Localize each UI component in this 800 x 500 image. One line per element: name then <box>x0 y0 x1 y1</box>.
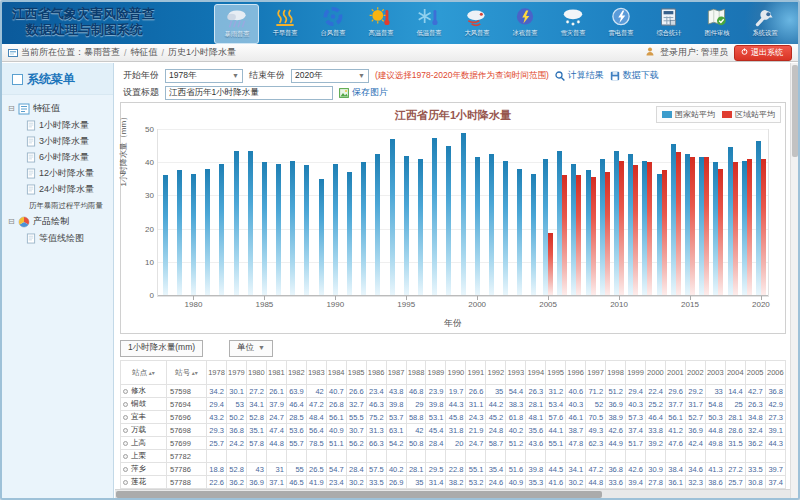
table-row[interactable]: 上栗57782 <box>121 450 786 463</box>
station-radio[interactable] <box>123 467 128 472</box>
bar-regional-2011[interactable] <box>633 165 638 295</box>
tree-leaf-1-4[interactable]: 12小时降水量 <box>8 165 111 181</box>
col-header-year-1996[interactable]: 1996 <box>566 361 586 385</box>
tree-leaf-2-1[interactable]: 等值线绘图 <box>8 230 111 246</box>
toolbar-item-2[interactable]: 干旱普查 <box>262 4 307 44</box>
breadcrumb-item-1[interactable]: 暴雨普查 <box>84 46 120 59</box>
sort-icon[interactable]: ▴▾ <box>190 370 198 376</box>
bar-national-1988[interactable] <box>304 165 309 295</box>
bar-national-1999[interactable] <box>461 133 466 295</box>
station-name[interactable]: 萍乡 <box>121 463 167 476</box>
bar-national-1992[interactable] <box>361 162 366 295</box>
bar-national-2000[interactable] <box>475 157 480 295</box>
toolbar-item-6[interactable]: 大风普查 <box>454 4 499 44</box>
col-header-year-1995[interactable]: 1995 <box>546 361 566 385</box>
end-year-select[interactable]: 2020年▼ <box>291 69 369 83</box>
horizontal-scrollbar-thumb[interactable] <box>116 491 602 498</box>
horizontal-scrollbar[interactable] <box>115 489 790 498</box>
col-header-year-1990[interactable]: 1990 <box>446 361 466 385</box>
toolbar-item-1[interactable]: 暴雨普查 <box>214 4 259 44</box>
col-header-year-2001[interactable]: 2001 <box>665 361 685 385</box>
bar-regional-2015[interactable] <box>690 157 695 295</box>
bar-national-2004[interactable] <box>531 174 536 295</box>
bar-national-2001[interactable] <box>489 154 494 295</box>
col-header-year-2003[interactable]: 2003 <box>705 361 725 385</box>
station-radio[interactable] <box>123 402 128 407</box>
toolbar-item-7[interactable]: 冰雹普查 <box>502 4 547 44</box>
sort-icon[interactable]: ▴▾ <box>147 370 155 376</box>
table-row[interactable]: 铜鼓5769429.45334.137.946.447.226.832.746.… <box>121 398 786 411</box>
bar-national-1990[interactable] <box>333 164 338 295</box>
bar-national-1996[interactable] <box>418 159 423 295</box>
station-radio[interactable] <box>123 480 128 485</box>
bar-regional-2013[interactable] <box>662 170 667 295</box>
toolbar-item-9[interactable]: 雷电普查 <box>598 4 643 44</box>
col-header-year-1992[interactable]: 1992 <box>486 361 506 385</box>
station-name[interactable]: 宜丰 <box>121 411 167 424</box>
bar-national-2003[interactable] <box>517 169 522 295</box>
bar-regional-2017[interactable] <box>718 169 723 295</box>
station-radio[interactable] <box>123 441 128 446</box>
col-header-year-1993[interactable]: 1993 <box>506 361 526 385</box>
col-header-year-1999[interactable]: 1999 <box>626 361 646 385</box>
col-header-year-1983[interactable]: 1983 <box>306 361 326 385</box>
table-row[interactable]: 萍乡5778618.852.843315526.554.728.457.540.… <box>121 463 786 476</box>
station-name[interactable]: 上栗 <box>121 450 167 463</box>
table-row[interactable]: 宜丰5769643.250.252.824.728.548.456.155.57… <box>121 411 786 424</box>
col-header-year-1988[interactable]: 1988 <box>406 361 426 385</box>
col-header-station-id[interactable]: 站号 ▴▾ <box>167 361 207 385</box>
col-header-year-1979[interactable]: 1979 <box>226 361 246 385</box>
tree-leaf-1-5[interactable]: 24小时降水量 <box>8 181 111 197</box>
station-name[interactable]: 万载 <box>121 424 167 437</box>
col-header-year-2005[interactable]: 2005 <box>745 361 765 385</box>
toolbar-item-5[interactable]: 低温普查 <box>406 4 451 44</box>
table-row[interactable]: 莲花5778822.636.236.937.146.541.923.430.23… <box>121 476 786 489</box>
bar-national-1995[interactable] <box>404 156 409 295</box>
bar-regional-2020[interactable] <box>761 159 766 295</box>
bar-national-1982[interactable] <box>219 164 224 295</box>
col-header-station[interactable]: 站点 ▴▾ <box>121 361 167 385</box>
tree-leaf-1-3[interactable]: 6小时降水量 <box>8 149 111 165</box>
download-button[interactable]: 数据下载 <box>610 69 659 82</box>
table-row[interactable]: 修水5759834.230.127.226.163.94240.726.623.… <box>121 385 786 398</box>
tree-expand-icon[interactable]: ⊟ <box>8 217 15 226</box>
col-header-year-1980[interactable]: 1980 <box>246 361 266 385</box>
station-name[interactable]: 莲花 <box>121 476 167 489</box>
col-header-year-1989[interactable]: 1989 <box>426 361 446 385</box>
bar-national-1978[interactable] <box>163 175 168 295</box>
bar-national-1993[interactable] <box>375 154 380 295</box>
bar-regional-2008[interactable] <box>591 177 596 295</box>
col-header-year-1984[interactable]: 1984 <box>326 361 346 385</box>
table-row[interactable]: 上高5769925.724.257.844.855.778.551.156.26… <box>121 437 786 450</box>
toolbar-item-4[interactable]: 高温普查 <box>358 4 403 44</box>
col-header-year-1978[interactable]: 1978 <box>207 361 227 385</box>
col-header-year-2000[interactable]: 2000 <box>645 361 665 385</box>
tree-node-2[interactable]: ⊟产品绘制 <box>8 213 111 230</box>
toolbar-item-12[interactable]: 系统设置 <box>742 4 787 44</box>
unit-select[interactable]: 单位▼ <box>229 340 273 357</box>
station-radio[interactable] <box>123 454 128 459</box>
bar-regional-2005[interactable] <box>548 233 553 295</box>
bar-national-1979[interactable] <box>177 170 182 295</box>
col-header-year-1991[interactable]: 1991 <box>466 361 486 385</box>
bar-national-1989[interactable] <box>319 179 324 295</box>
bar-regional-2010[interactable] <box>619 161 624 295</box>
col-header-year-1985[interactable]: 1985 <box>346 361 366 385</box>
toolbar-item-3[interactable]: 台风普查 <box>310 4 355 44</box>
start-year-select[interactable]: 1978年▼ <box>165 69 243 83</box>
col-header-year-2002[interactable]: 2002 <box>685 361 705 385</box>
table-row[interactable]: 万载5769829.336.835.147.453.656.440.930.73… <box>121 424 786 437</box>
station-name[interactable]: 上高 <box>121 437 167 450</box>
dataset-tab[interactable]: 1小时降水量(mm) <box>120 340 203 357</box>
breadcrumb-item-3[interactable]: 历史1小时降水量 <box>168 46 236 59</box>
col-header-year-1986[interactable]: 1986 <box>366 361 386 385</box>
col-header-year-1982[interactable]: 1982 <box>286 361 306 385</box>
bar-national-1991[interactable] <box>347 172 352 295</box>
bar-national-1980[interactable] <box>191 174 196 295</box>
bar-national-1987[interactable] <box>290 161 295 295</box>
bar-national-1985[interactable] <box>262 162 267 295</box>
station-radio[interactable] <box>123 428 128 433</box>
col-header-year-1997[interactable]: 1997 <box>586 361 606 385</box>
bar-national-1984[interactable] <box>248 151 253 295</box>
tree-node-1[interactable]: ⊟特征值 <box>8 100 111 117</box>
